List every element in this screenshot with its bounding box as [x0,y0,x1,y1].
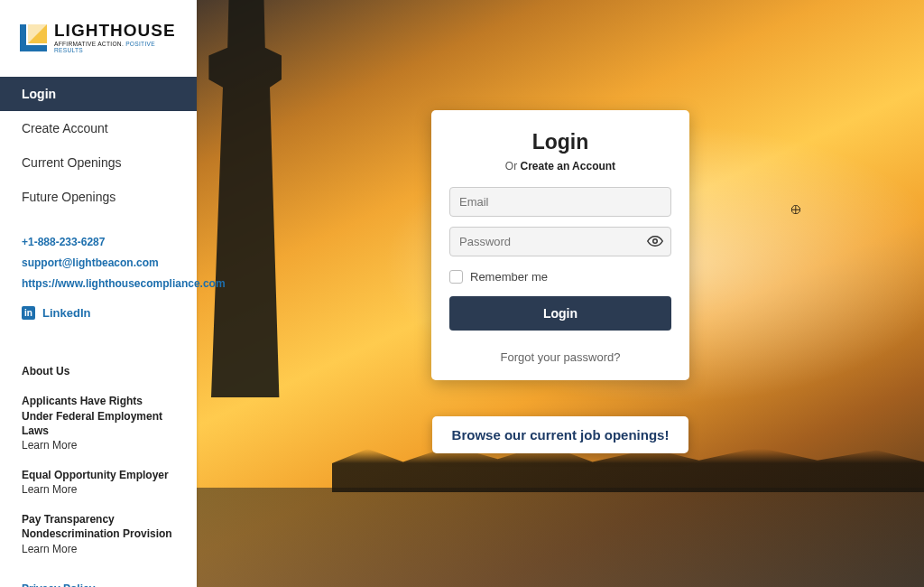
about-block: About Us Applicants Have Rights Under Fe… [0,365,197,571]
learn-more-link[interactable]: Learn More [22,439,175,452]
login-card: Login Or Create an Account Remember me L… [431,110,689,380]
password-field[interactable] [449,227,671,256]
about-item-title: Applicants Have Rights Under Federal Emp… [22,394,175,438]
svg-point-4 [653,239,658,244]
about-item-eoe: Equal Opportunity Employer Learn More [22,468,175,496]
contact-website[interactable]: https://www.lighthousecompliance.com [22,274,175,294]
linkedin-label: LinkedIn [42,306,90,320]
logo-area: LIGHTHOUSE AFFIRMATIVE ACTION. POSITIVE … [0,0,197,71]
remember-checkbox[interactable] [449,270,463,284]
nav-item-login[interactable]: Login [0,77,197,111]
logo-text-block: LIGHTHOUSE AFFIRMATIVE ACTION. POSITIVE … [54,22,177,53]
svg-rect-1 [20,45,47,51]
nav: Login Create Account Current Openings Fu… [0,77,197,214]
forgot-password-link[interactable]: Forgot your password? [449,350,671,364]
linkedin-icon: in [22,306,35,320]
password-input-wrap [449,227,671,266]
about-item-title: Equal Opportunity Employer [22,468,175,482]
eye-icon[interactable] [647,233,663,249]
nav-item-future-openings[interactable]: Future Openings [0,180,197,214]
contact-email[interactable]: support@lightbeacon.com [22,253,175,274]
about-item-title: Pay Transparency Nondescrimination Provi… [22,512,175,541]
nav-item-create-account[interactable]: Create Account [0,111,197,145]
email-field[interactable] [449,187,671,217]
browse-openings-button[interactable]: Browse our current job openings! [432,416,689,453]
learn-more-link[interactable]: Learn More [22,543,175,555]
logo[interactable]: LIGHTHOUSE AFFIRMATIVE ACTION. POSITIVE … [20,22,177,53]
learn-more-link[interactable]: Learn More [22,483,175,496]
bird-icon: 𐀏 [790,203,802,218]
login-title: Login [449,130,671,154]
contact-block: +1-888-233-6287 support@lightbeacon.com … [0,232,197,294]
remember-row: Remember me [449,270,671,284]
nav-item-current-openings[interactable]: Current Openings [0,145,197,180]
logo-text: LIGHTHOUSE [54,22,177,39]
sidebar: LIGHTHOUSE AFFIRMATIVE ACTION. POSITIVE … [0,0,197,587]
or-text: Or [505,160,521,172]
linkedin-link[interactable]: in LinkedIn [0,306,197,320]
or-create-line: Or Create an Account [449,160,671,172]
about-heading: About Us [22,365,175,377]
privacy-policy-link[interactable]: Privacy Policy [0,582,197,587]
logo-tagline: AFFIRMATIVE ACTION. POSITIVE RESULTS [54,41,177,53]
logo-tagline-1: AFFIRMATIVE ACTION. [54,41,124,47]
contact-phone[interactable]: +1-888-233-6287 [22,232,175,253]
logo-icon [20,24,47,51]
email-input-wrap [449,187,671,227]
about-item-pay-transparency: Pay Transparency Nondescrimination Provi… [22,512,175,554]
main: 𐀏 Login Or Create an Account Remember me… [197,0,924,587]
login-button[interactable]: Login [449,296,671,331]
create-account-link[interactable]: Create an Account [521,160,616,172]
about-item-rights: Applicants Have Rights Under Federal Emp… [22,394,175,452]
remember-label: Remember me [470,270,548,284]
